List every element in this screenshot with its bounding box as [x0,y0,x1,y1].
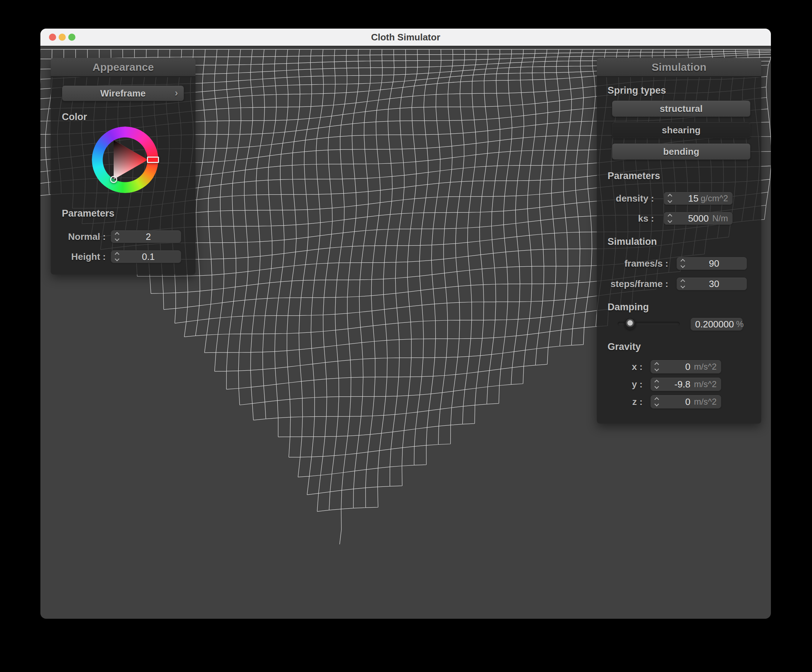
color-label: Color [62,111,87,123]
spring-structural-button[interactable]: structural [612,101,751,117]
height-stepper[interactable] [116,253,119,261]
gravity-y-field[interactable]: -9.8 m/s^2 [650,377,721,391]
normal-field[interactable]: 2 [111,230,181,243]
gravity-z-value[interactable]: 0 [660,396,691,408]
gravity-z-stepper[interactable] [655,398,658,406]
appearance-parameters-label: Parameters [62,208,114,219]
frames-field[interactable]: 90 [677,257,747,270]
density-field[interactable]: 15 g/cm^2 [664,192,733,205]
appearance-panel: Appearance Wireframe › Color [51,58,196,275]
chevron-down-icon[interactable] [668,198,672,203]
gravity-z-field[interactable]: 0 m/s^2 [650,395,721,409]
gravity-x-unit: m/s^2 [694,362,716,372]
gravity-y-value[interactable]: -9.8 [660,379,691,390]
normal-stepper[interactable] [116,233,119,240]
ks-field[interactable]: 5000 N/m [664,212,733,225]
gravity-y-unit: m/s^2 [694,379,716,389]
steps-field[interactable]: 30 [677,277,747,290]
gravity-x-label: x : [632,362,643,372]
wireframe-dropdown-label: Wireframe [101,88,146,99]
density-stepper[interactable] [668,194,672,202]
spring-bending-button[interactable]: bending [612,143,751,160]
spring-shearing-label: shearing [662,125,701,136]
steps-stepper[interactable] [681,280,684,288]
wireframe-dropdown[interactable]: Wireframe › [62,85,184,101]
simulation-panel: Simulation Spring types structural shear… [597,58,761,423]
chevron-down-icon[interactable] [115,257,119,261]
gravity-y-label: y : [632,379,643,390]
titlebar: Cloth Simulator [40,29,771,46]
normal-value[interactable]: 2 [120,231,177,242]
steps-label: steps/frame : [611,278,668,290]
damping-field[interactable]: 0.200000 % [691,318,743,331]
chevron-down-icon[interactable] [654,384,659,389]
gravity-z-unit: m/s^2 [694,397,716,407]
chevron-right-icon: › [175,87,178,99]
ks-value[interactable]: 5000 [673,213,709,224]
sv-selector[interactable] [110,176,117,183]
color-wheel [92,126,158,193]
density-value[interactable]: 15 [673,193,698,204]
chevron-up-icon[interactable] [654,362,659,367]
ks-stepper[interactable] [668,215,672,222]
sim-simulation-label: Simulation [607,236,657,247]
height-field[interactable]: 0.1 [111,250,181,263]
normal-label: Normal : [68,231,106,242]
gravity-x-field[interactable]: 0 m/s^2 [650,360,721,374]
chevron-down-icon[interactable] [115,237,119,241]
gravity-y-stepper[interactable] [655,380,658,388]
chevron-down-icon[interactable] [668,218,672,223]
app-window: Cloth Simulator Appearance Wireframe › C… [40,29,771,619]
frames-value[interactable]: 90 [686,258,742,269]
chevron-down-icon[interactable] [654,402,659,406]
height-value[interactable]: 0.1 [120,251,177,263]
spring-structural-label: structural [660,103,703,114]
frames-stepper[interactable] [681,259,684,268]
appearance-panel-title: Appearance [51,58,196,77]
hue-selector[interactable] [147,157,159,163]
ks-unit: N/m [712,213,728,223]
chevron-up-icon[interactable] [654,380,659,384]
gravity-x-stepper[interactable] [655,363,658,371]
density-label: density : [616,193,654,204]
chevron-up-icon[interactable] [115,232,119,237]
frames-label: frames/s : [624,258,668,269]
spring-types-label: Spring types [607,85,666,96]
gravity-z-label: z : [632,396,643,408]
spring-bending-label: bending [663,146,699,157]
chevron-up-icon[interactable] [681,259,685,263]
density-unit: g/cm^2 [701,193,728,203]
chevron-up-icon[interactable] [681,279,685,284]
gravity-x-value[interactable]: 0 [660,362,691,372]
damping-unit: % [736,319,744,329]
spring-shearing-button[interactable]: shearing [612,122,751,138]
chevron-down-icon[interactable] [654,367,659,372]
window-title: Cloth Simulator [40,29,771,46]
chevron-up-icon[interactable] [115,252,119,257]
chevron-up-icon[interactable] [654,397,659,402]
gravity-label: Gravity [607,341,641,353]
chevron-down-icon[interactable] [681,284,685,288]
steps-value[interactable]: 30 [686,278,742,290]
damping-label: Damping [607,302,649,313]
chevron-down-icon[interactable] [681,263,685,268]
damping-value[interactable]: 0.200000 [695,319,734,330]
ks-label: ks : [638,213,654,224]
height-label: Height : [71,251,106,263]
chevron-up-icon[interactable] [668,214,672,218]
simulation-panel-title: Simulation [597,58,761,77]
sim-parameters-label: Parameters [607,171,660,182]
chevron-up-icon[interactable] [668,194,672,198]
